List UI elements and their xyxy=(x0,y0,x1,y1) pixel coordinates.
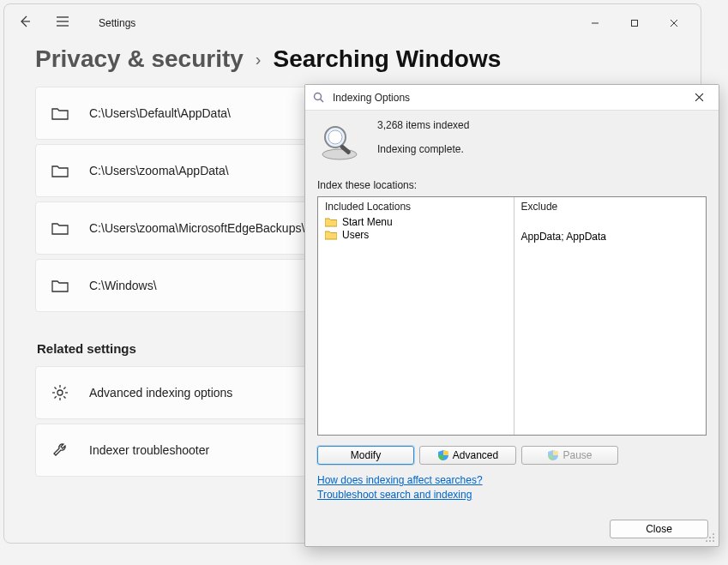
folder-icon xyxy=(51,106,70,120)
pause-button-label: Pause xyxy=(563,449,592,461)
dialog-close-button[interactable] xyxy=(686,91,712,105)
breadcrumb: Privacy & security › Searching Windows xyxy=(4,42,701,87)
pause-button: Pause xyxy=(521,446,618,465)
items-indexed-count: 3,268 items indexed xyxy=(377,119,469,131)
folder-icon xyxy=(325,230,337,240)
svg-point-8 xyxy=(57,390,63,395)
magnifier-icon xyxy=(317,119,362,164)
svg-rect-25 xyxy=(713,533,714,535)
maximize-button[interactable] xyxy=(615,9,654,37)
resize-grip-icon[interactable] xyxy=(706,533,716,544)
breadcrumb-parent[interactable]: Privacy & security xyxy=(35,45,244,73)
svg-line-13 xyxy=(55,388,57,389)
chevron-right-icon: › xyxy=(256,50,262,69)
modify-button[interactable]: Modify xyxy=(317,446,414,465)
indexing-options-dialog: Indexing Options 3,268 items indexed Ind… xyxy=(304,84,719,547)
locations-subheader: Index these locations: xyxy=(317,179,707,191)
folder-icon xyxy=(51,279,70,292)
location-name: Users xyxy=(342,229,369,241)
svg-rect-26 xyxy=(709,537,711,538)
search-icon xyxy=(312,91,326,105)
svg-point-21 xyxy=(322,149,357,159)
svg-line-15 xyxy=(55,396,57,398)
svg-rect-5 xyxy=(632,21,638,27)
titlebar: Settings xyxy=(4,4,701,42)
included-column-header: Included Locations xyxy=(325,201,507,213)
app-title: Settings xyxy=(99,17,135,29)
svg-point-17 xyxy=(315,93,322,99)
svg-line-16 xyxy=(63,388,65,389)
dialog-title: Indexing Options xyxy=(333,92,410,104)
svg-rect-28 xyxy=(706,540,707,542)
close-button[interactable] xyxy=(654,9,694,37)
advanced-button[interactable]: Advanced xyxy=(419,446,516,465)
folder-path: C:\Users\zooma\MicrosoftEdgeBackups\ xyxy=(89,221,304,235)
related-item-label: Advanced indexing options xyxy=(89,386,232,400)
folder-icon xyxy=(325,217,337,227)
troubleshoot-link[interactable]: Troubleshoot search and indexing xyxy=(317,489,707,501)
folder-path: C:\Windows\ xyxy=(89,279,157,292)
exclude-value xyxy=(521,216,699,230)
dialog-titlebar: Indexing Options xyxy=(305,85,719,111)
page-title: Searching Windows xyxy=(273,45,501,73)
included-location-item[interactable]: Users xyxy=(325,229,507,241)
folder-icon xyxy=(51,164,70,177)
svg-point-23 xyxy=(328,130,342,144)
shield-icon xyxy=(437,449,449,461)
wrench-icon xyxy=(51,442,70,459)
svg-line-14 xyxy=(63,396,65,398)
hamburger-menu-icon[interactable] xyxy=(52,15,73,31)
location-name: Start Menu xyxy=(342,216,393,228)
advanced-button-label: Advanced xyxy=(453,449,498,461)
svg-rect-27 xyxy=(713,537,714,538)
folder-path: C:\Users\zooma\AppData\ xyxy=(89,164,229,177)
gear-icon xyxy=(51,384,70,401)
exclude-value: AppData; AppData xyxy=(521,231,699,243)
svg-line-18 xyxy=(321,99,324,102)
close-dialog-button[interactable]: Close xyxy=(610,520,708,538)
included-location-item[interactable]: Start Menu xyxy=(325,216,507,228)
how-indexing-link[interactable]: How does indexing affect searches? xyxy=(317,474,707,486)
locations-list[interactable]: Included Locations Start Menu Users Excl… xyxy=(317,196,707,436)
indexing-status: Indexing complete. xyxy=(377,143,469,155)
exclude-column-header: Exclude xyxy=(521,201,699,213)
minimize-button[interactable] xyxy=(575,9,615,37)
svg-rect-30 xyxy=(713,540,714,542)
shield-icon xyxy=(547,449,559,461)
svg-rect-29 xyxy=(709,540,711,542)
related-item-label: Indexer troubleshooter xyxy=(89,443,209,457)
folder-path: C:\Users\Default\AppData\ xyxy=(89,106,231,120)
folder-icon xyxy=(51,221,70,235)
back-button[interactable] xyxy=(11,15,39,32)
